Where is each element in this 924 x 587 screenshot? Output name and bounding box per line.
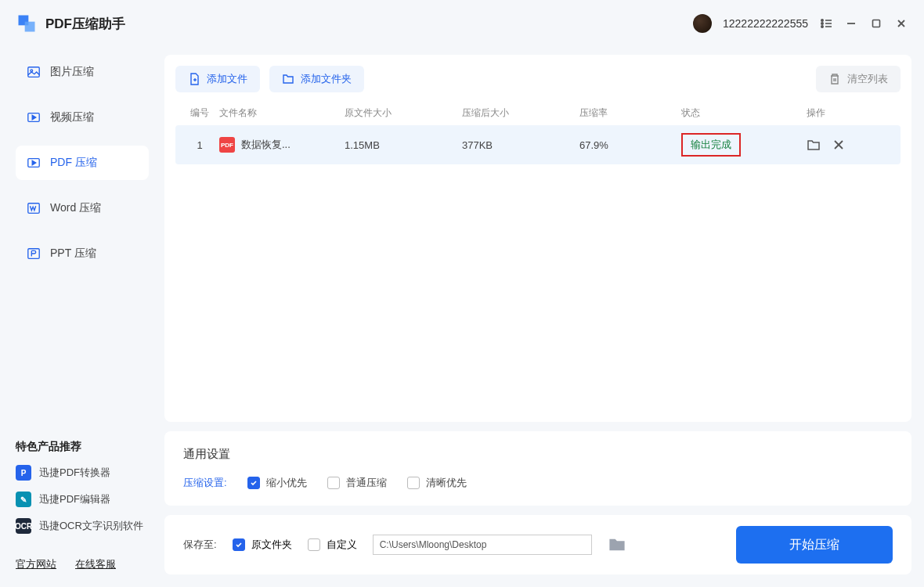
app-title: PDF压缩助手 (45, 15, 125, 33)
svg-rect-10 (28, 67, 39, 77)
recommend-label: 迅捷PDF转换器 (39, 466, 110, 480)
close-button[interactable] (894, 16, 908, 31)
sidebar-item-label: Word 压缩 (50, 201, 101, 215)
word-icon (27, 201, 41, 215)
list-icon[interactable] (819, 16, 833, 31)
browse-folder-icon[interactable] (608, 535, 626, 554)
cell-filename: 数据恢复... (241, 138, 291, 152)
checkbox-checked-icon (247, 477, 260, 489)
cell-index: 1 (180, 139, 219, 151)
checkbox-icon (308, 538, 320, 551)
remove-icon[interactable] (832, 138, 846, 152)
cell-after-size: 377KB (462, 139, 579, 151)
header-name: 文件名称 (219, 106, 345, 120)
checkbox-icon (407, 477, 420, 489)
image-icon (27, 65, 41, 79)
titlebar: PDF压缩助手 12222222222555 (0, 0, 924, 47)
online-service-link[interactable]: 在线客服 (75, 557, 116, 571)
recommend-item-ocr[interactable]: OCR 迅捷OCR文字识别软件 (16, 518, 149, 534)
ocr-icon: OCR (16, 518, 31, 534)
recommend-item-editor[interactable]: ✎ 迅捷PDF编辑器 (16, 492, 149, 507)
sidebar-item-video[interactable]: 视频压缩 (16, 100, 149, 135)
header-after: 压缩后大小 (462, 106, 579, 120)
header-status: 状态 (681, 106, 807, 120)
svg-rect-7 (873, 20, 880, 27)
checkbox-checked-icon (233, 538, 245, 551)
file-panel: 添加文件 添加文件夹 清空列表 编号 文件名称 原文件大小 压缩后大小 (164, 55, 911, 422)
file-plus-icon (188, 73, 200, 85)
converter-icon: P (16, 465, 31, 481)
sidebar-item-word[interactable]: Word 压缩 (16, 191, 149, 225)
status-badge: 输出完成 (681, 133, 741, 157)
sidebar-item-label: 视频压缩 (50, 110, 94, 124)
path-input[interactable] (373, 535, 592, 555)
ppt-icon (27, 247, 41, 261)
video-icon (27, 110, 41, 124)
save-to-label: 保存至: (183, 538, 217, 552)
svg-point-0 (821, 20, 823, 21)
sidebar-item-pdf[interactable]: PDF 压缩 (16, 146, 149, 180)
recommend-label: 迅捷OCR文字识别软件 (39, 519, 143, 533)
maximize-button[interactable] (869, 16, 883, 31)
option-custom-folder[interactable]: 自定义 (308, 538, 357, 552)
recommend-item-converter[interactable]: P 迅捷PDF转换器 (16, 465, 149, 481)
logo-icon (16, 13, 38, 34)
folder-icon (282, 73, 294, 85)
editor-icon: ✎ (16, 492, 31, 507)
table-header: 编号 文件名称 原文件大小 压缩后大小 压缩率 状态 操作 (175, 100, 901, 125)
official-site-link[interactable]: 官方网站 (16, 557, 56, 571)
pdf-icon (27, 156, 41, 170)
open-folder-icon[interactable] (807, 138, 821, 152)
avatar[interactable] (693, 14, 712, 33)
username: 12222222222555 (723, 17, 808, 30)
add-file-button[interactable]: 添加文件 (175, 66, 260, 92)
header-ops: 操作 (807, 106, 896, 120)
settings-panel: 通用设置 压缩设置: 缩小优先 普通压缩 清晰优先 (164, 431, 911, 506)
recommend-label: 迅捷PDF编辑器 (39, 492, 110, 506)
sidebar-item-label: 图片压缩 (50, 65, 94, 79)
option-small-first[interactable]: 缩小优先 (247, 476, 307, 490)
header-orig: 原文件大小 (345, 106, 462, 120)
toolbar: 添加文件 添加文件夹 清空列表 (175, 66, 901, 92)
header-ratio: 压缩率 (579, 106, 681, 120)
clear-list-button[interactable]: 清空列表 (816, 66, 901, 92)
table-row[interactable]: 1 PDF 数据恢复... 1.15MB 377KB 67.9% 输出完成 (175, 125, 901, 164)
sidebar: 图片压缩 视频压缩 PDF 压缩 Word 压缩 PPT 压缩 特色产品推荐 (0, 47, 157, 587)
sidebar-item-ppt[interactable]: PPT 压缩 (16, 236, 149, 271)
cell-ratio: 67.9% (579, 139, 681, 151)
app-logo: PDF压缩助手 (16, 13, 125, 34)
settings-title: 通用设置 (183, 447, 893, 462)
sidebar-item-label: PPT 压缩 (50, 247, 96, 261)
main: 添加文件 添加文件夹 清空列表 编号 文件名称 原文件大小 压缩后大小 (157, 47, 924, 587)
start-button[interactable]: 开始压缩 (736, 526, 893, 564)
option-normal[interactable]: 普通压缩 (327, 476, 387, 490)
option-original-folder[interactable]: 原文件夹 (233, 538, 292, 552)
sidebar-item-label: PDF 压缩 (50, 156, 97, 170)
recommend-title: 特色产品推荐 (16, 440, 149, 454)
trash-icon (828, 73, 841, 85)
checkbox-icon (327, 477, 340, 489)
minimize-button[interactable] (844, 16, 858, 31)
settings-label: 压缩设置: (183, 476, 227, 490)
add-folder-button[interactable]: 添加文件夹 (269, 66, 364, 92)
svg-point-11 (31, 70, 33, 72)
header-index: 编号 (180, 106, 219, 120)
svg-point-2 (821, 23, 823, 24)
cell-orig-size: 1.15MB (345, 139, 462, 151)
svg-point-4 (821, 26, 823, 27)
sidebar-item-image[interactable]: 图片压缩 (16, 55, 149, 89)
option-clear-first[interactable]: 清晰优先 (407, 476, 467, 490)
pdf-badge-icon: PDF (219, 137, 235, 153)
bottom-panel: 保存至: 原文件夹 自定义 开始压缩 (164, 515, 911, 574)
